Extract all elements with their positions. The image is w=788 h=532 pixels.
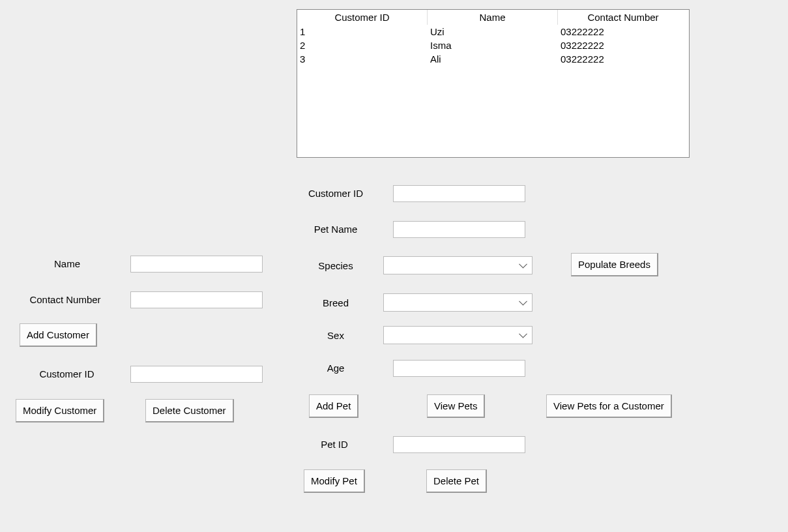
label-age: Age — [303, 362, 368, 374]
pet-id-input[interactable] — [393, 436, 525, 453]
col-contact: Contact Number — [558, 10, 688, 25]
view-pets-for-customer-button[interactable]: View Pets for a Customer — [546, 394, 672, 418]
cell-name: Uzi — [428, 25, 558, 38]
delete-customer-button[interactable]: Delete Customer — [145, 399, 234, 422]
view-pets-button[interactable]: View Pets — [427, 394, 485, 418]
table-row[interactable]: 1Uzi03222222 — [297, 25, 689, 38]
species-select[interactable] — [383, 256, 533, 274]
cell-contact: 03222222 — [558, 52, 688, 66]
label-contact-number: Contact Number — [20, 294, 111, 305]
cell-customer-id: 2 — [297, 38, 428, 52]
customer-table-header: Customer ID Name Contact Number — [297, 10, 689, 25]
customer-id-input-right[interactable] — [393, 185, 525, 202]
customer-table-body: 1Uzi032222222Isma032222223Ali03222222 — [297, 25, 689, 66]
contact-number-input[interactable] — [130, 291, 263, 308]
cell-name: Isma — [428, 38, 558, 52]
label-name: Name — [35, 258, 100, 269]
populate-breeds-button[interactable]: Populate Breeds — [571, 253, 658, 276]
cell-contact: 03222222 — [558, 25, 688, 38]
breed-select[interactable] — [383, 293, 533, 312]
table-row[interactable]: 2Isma03222222 — [297, 38, 689, 52]
pet-name-input[interactable] — [393, 221, 525, 238]
col-customer-id: Customer ID — [297, 10, 428, 25]
label-pet-id: Pet ID — [302, 439, 367, 450]
name-input[interactable] — [130, 256, 263, 273]
add-pet-button[interactable]: Add Pet — [309, 394, 358, 418]
customer-table[interactable]: Customer ID Name Contact Number 1Uzi0322… — [297, 9, 690, 158]
modify-pet-button[interactable]: Modify Pet — [304, 469, 365, 493]
modify-customer-button[interactable]: Modify Customer — [16, 399, 104, 422]
cell-name: Ali — [428, 52, 558, 66]
age-input[interactable] — [393, 360, 525, 377]
cell-customer-id: 1 — [297, 25, 428, 38]
label-sex: Sex — [303, 330, 368, 341]
table-row[interactable]: 3Ali03222222 — [297, 52, 689, 66]
add-customer-button[interactable]: Add Customer — [20, 323, 97, 347]
label-pet-name: Pet Name — [303, 224, 368, 235]
label-customer-id-right: Customer ID — [297, 188, 375, 199]
col-name: Name — [428, 10, 558, 25]
delete-pet-button[interactable]: Delete Pet — [426, 469, 487, 493]
label-breed: Breed — [303, 297, 368, 308]
cell-customer-id: 3 — [297, 52, 428, 66]
label-species: Species — [303, 260, 368, 271]
customer-id-input-left[interactable] — [130, 366, 263, 383]
cell-contact: 03222222 — [558, 38, 688, 52]
label-customer-id-left: Customer ID — [26, 368, 108, 379]
sex-select[interactable] — [383, 326, 533, 344]
